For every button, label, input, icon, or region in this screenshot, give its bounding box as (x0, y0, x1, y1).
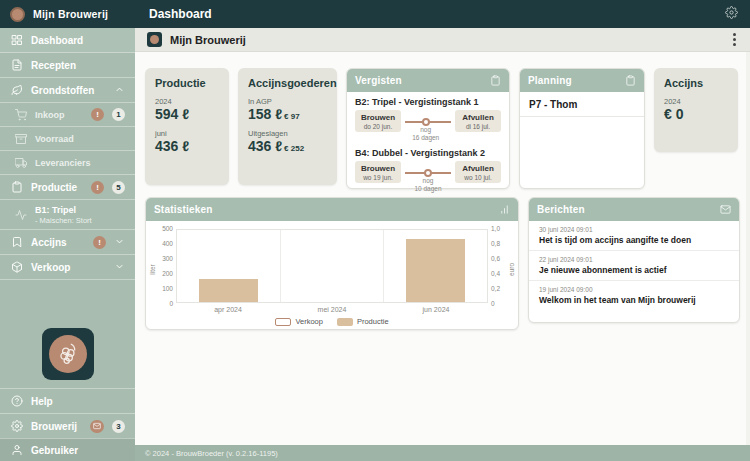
fermentation-item: B2: Tripel - Vergistingstank 1 Brouwen d… (347, 92, 509, 132)
card-header-vergisten: Vergisten (347, 69, 509, 92)
sidebar-item-productie[interactable]: Productie ! 5 (0, 175, 135, 200)
y-axis-left: liter 5004003002001000 (152, 229, 176, 303)
mail-badge-icon (90, 420, 104, 433)
fermentation-timeline: Brouwen wo 19 jun. nog10 dagen Afvullen … (355, 161, 501, 183)
chevron-up-icon[interactable] (114, 81, 125, 99)
sidebar-item-leveranciers[interactable]: Leveranciers (0, 151, 135, 175)
sidebar-item-recepten[interactable]: Recepten (0, 53, 135, 78)
sidebar-header: Mijn Brouwerij (0, 0, 135, 28)
sidebar-item-help[interactable]: Help (0, 388, 135, 413)
metric-euro: € 252 (284, 144, 304, 153)
sidebar-item-label: Inkoop (35, 110, 83, 120)
stage-chip-brouwen: Brouwen do 20 jun. (355, 110, 401, 132)
alert-badge: ! (91, 181, 104, 194)
y-axis-right: euro 1,00,80,60,40,20 (488, 229, 512, 303)
card-title: Accijns (664, 77, 728, 89)
metric-label: Uitgeslagen (248, 129, 327, 138)
sidebar-item-verkoop[interactable]: Verkoop (0, 255, 135, 280)
page-title: Dashboard (149, 7, 212, 21)
progress-marker (424, 169, 432, 177)
metric-euro: € 97 (284, 112, 300, 121)
sidebar-bottom: Help Brouwerij 3 Gebruiker (0, 388, 135, 461)
bar-productie (406, 239, 466, 302)
cart-icon (14, 108, 27, 121)
fermentation-name: B4: Dubbel - Vergistingstank 2 (355, 148, 501, 158)
sidebar-item-label: Gebruiker (31, 445, 125, 456)
chart: liter 5004003002001000 (146, 221, 518, 332)
message-text: Welkom in het team van Mijn brouwerij (539, 295, 729, 305)
planning-item[interactable]: P7 - Thom (520, 92, 644, 117)
metric-productie-2024: 2024 594 ℓ (155, 97, 219, 122)
progress-line: nog10 dagen (405, 172, 451, 174)
card-vergisten: Vergisten B2: Tripel - Vergistingstank 1… (346, 68, 510, 189)
alert-badge: ! (93, 236, 106, 249)
sidebar-item-gebruiker[interactable]: Gebruiker (0, 438, 135, 461)
leaf-icon (10, 84, 23, 97)
sidebar-item-brouwerij[interactable]: Brouwerij 3 (0, 413, 135, 438)
kebab-menu-icon[interactable] (729, 30, 740, 49)
plot-column-mei (281, 230, 385, 302)
days-remaining: nog10 dagen (414, 177, 441, 193)
y-axis-right-title: euro (508, 263, 515, 276)
metric-value: 158 ℓ€ 97 (248, 106, 327, 122)
card-planning: Planning P7 - Thom (519, 68, 645, 189)
sidebar-item-label: Help (31, 396, 125, 407)
dashboard-grid-icon (10, 34, 23, 47)
help-circle-icon (10, 395, 23, 408)
metric-label: In AGP (248, 97, 327, 106)
main-area: Dashboard Mijn Brouwerij Productie 2024 … (135, 0, 750, 461)
sidebar-item-b1-tripel[interactable]: B1: Tripel - Maischen: Stort (0, 200, 135, 230)
sidebar-item-label: Grondstoffen (31, 85, 106, 96)
sidebar-item-label: Verkoop (31, 262, 106, 273)
card-header-berichten: Berichten (529, 198, 739, 221)
sidebar-item-inkoop[interactable]: Inkoop ! 1 (0, 103, 135, 127)
card-title: Productie (155, 77, 219, 89)
sidebar-item-voorraad[interactable]: Voorraad (0, 127, 135, 151)
alert-badge: ! (91, 108, 104, 121)
brewery-subheader: Mijn Brouwerij (135, 28, 750, 52)
plot-area (176, 229, 488, 303)
card-header-planning: Planning (520, 69, 644, 92)
sidebar-item-grondstoffen[interactable]: Grondstoffen (0, 78, 135, 103)
brewery-name: Mijn Brouwerij (170, 34, 721, 46)
bar-productie (199, 279, 259, 302)
chevron-down-icon[interactable] (114, 258, 125, 276)
metric-productie-juni: juni 436 ℓ (155, 129, 219, 154)
truck-icon (14, 156, 27, 169)
archive-box-icon (14, 132, 27, 145)
card-berichten: Berichten 30 juni 2024 09:01 Het is tijd… (528, 197, 740, 323)
sidebar-item-label: Leveranciers (35, 158, 125, 168)
brewery-mini-logo-icon (147, 32, 162, 47)
plot-column-apr (177, 230, 281, 302)
metric-label: 2024 (664, 97, 728, 106)
app-window: Mijn Brouwerij Dashboard Recepten Gronds… (0, 0, 750, 461)
mail-icon (720, 201, 731, 219)
count-badge: 1 (112, 108, 125, 121)
brand-logo-block (0, 322, 135, 388)
metric-accijns-2024: 2024 € 0 (664, 97, 728, 122)
settings-gear-icon[interactable] (725, 5, 738, 23)
scrollbar[interactable] (746, 52, 750, 445)
batch-status: B1: Tripel - Maischen: Stort (35, 205, 125, 225)
sidebar-item-dashboard[interactable]: Dashboard (0, 28, 135, 53)
metric-value: 594 ℓ (155, 106, 219, 122)
message-date: 19 juni 2024 09:00 (539, 286, 729, 293)
chevron-down-icon[interactable] (114, 233, 125, 251)
sidebar-item-accijns[interactable]: Accijns ! (0, 230, 135, 255)
sidebar: Mijn Brouwerij Dashboard Recepten Gronds… (0, 0, 135, 461)
message-text: Het is tijd om accijns aangifte te doen (539, 235, 729, 245)
stage-chip-brouwen: Brouwen wo 19 jun. (355, 161, 401, 183)
legend-swatch-productie (337, 318, 353, 326)
card-statistieken: Statistieken liter 5004003002001000 (145, 197, 519, 330)
legend-swatch-verkoop (275, 318, 291, 326)
dashboard-content: Productie 2024 594 ℓ juni 436 ℓ Accijnsg… (135, 52, 750, 445)
batch-step: - Maischen: Stort (35, 216, 125, 225)
message-item[interactable]: 19 juni 2024 09:00 Welkom in het team va… (529, 281, 739, 310)
message-item[interactable]: 30 juni 2024 09:01 Het is tijd om accijn… (529, 221, 739, 251)
legend-verkoop: Verkoop (275, 317, 323, 326)
card-title: Planning (528, 75, 572, 86)
document-icon (10, 59, 23, 72)
card-title: Berichten (537, 204, 585, 215)
clipboard-icon (490, 72, 501, 90)
message-item[interactable]: 22 juni 2024 09:01 Je nieuwe abonnement … (529, 251, 739, 281)
